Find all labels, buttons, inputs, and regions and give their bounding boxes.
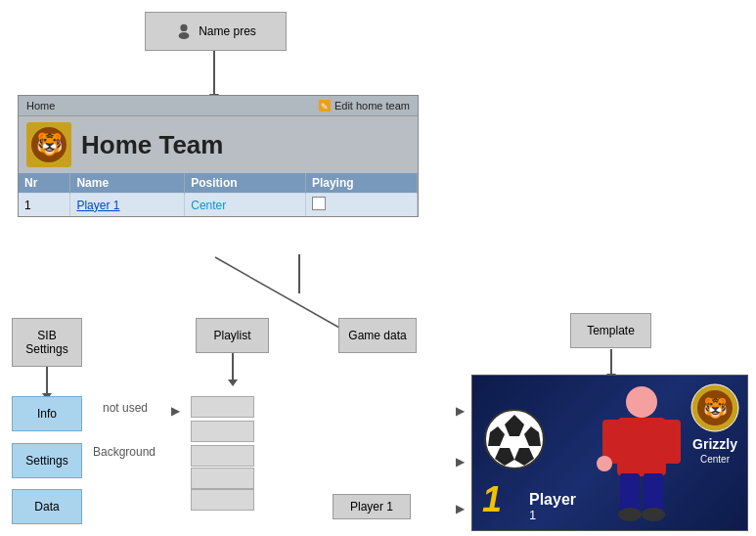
edit-home-label: Edit home team xyxy=(334,100,410,112)
template-brand-name: Grizzly xyxy=(690,436,739,452)
player-playing-cell[interactable] xyxy=(305,194,417,217)
arrow-right-4: ▶ xyxy=(456,502,465,515)
home-label: Home xyxy=(26,100,55,112)
sib-settings-label: SIBSettings xyxy=(25,329,67,356)
settings-button[interactable]: Settings xyxy=(12,443,82,478)
arrow-template-down xyxy=(610,349,612,375)
template-position: Center xyxy=(690,454,739,465)
input-box-2[interactable] xyxy=(191,421,254,442)
svg-text:✎: ✎ xyxy=(321,102,329,112)
template-player-name: Player xyxy=(529,491,576,509)
svg-rect-18 xyxy=(661,420,681,464)
svg-point-1 xyxy=(179,32,190,39)
arrow-name-to-panel xyxy=(213,51,215,95)
col-nr: Nr xyxy=(19,173,70,194)
svg-text:🐯: 🐯 xyxy=(36,131,64,157)
svg-rect-21 xyxy=(644,473,663,513)
svg-point-22 xyxy=(618,508,642,521)
svg-point-15 xyxy=(626,386,657,418)
home-team-title: Home Team xyxy=(81,130,223,160)
data-label: Data xyxy=(34,500,59,514)
template-button[interactable]: Template xyxy=(570,313,651,348)
game-data-button[interactable]: Game data xyxy=(338,318,417,353)
playlist-label: Playlist xyxy=(213,329,250,342)
input-box-5[interactable] xyxy=(191,489,254,511)
home-panel-header: Home ✎ Edit home team xyxy=(19,96,418,116)
data-button[interactable]: Data xyxy=(12,489,82,524)
template-preview: 1 Player 1 🐯 Grizzly Center xyxy=(471,375,748,531)
soccer-ball-icon xyxy=(480,405,549,473)
info-button[interactable]: Info xyxy=(12,396,82,431)
arrow-right-2: ▶ xyxy=(456,404,465,418)
arrow-sib-down xyxy=(46,367,48,394)
svg-rect-20 xyxy=(620,473,640,513)
input-box-4[interactable] xyxy=(191,468,254,489)
player-silhouette xyxy=(593,380,690,531)
svg-rect-16 xyxy=(617,418,666,476)
notused-label: not used xyxy=(103,401,148,415)
home-team-panel: Home ✎ Edit home team 🐯 Home Team Nr Nam… xyxy=(18,95,419,217)
arrow-right-3: ▶ xyxy=(456,455,465,469)
input-box-3[interactable] xyxy=(191,445,254,467)
sib-settings-button[interactable]: SIBSettings xyxy=(12,318,82,367)
player1-box[interactable]: Player 1 xyxy=(333,494,411,519)
arrow-playlist-down xyxy=(232,353,234,380)
arrow-right-notused: ▶ xyxy=(171,404,180,418)
settings-label: Settings xyxy=(25,454,67,468)
col-playing: Playing xyxy=(305,173,417,194)
playlist-button[interactable]: Playlist xyxy=(196,318,269,353)
playing-checkbox[interactable] xyxy=(312,197,326,210)
team-logo: 🐯 xyxy=(26,122,71,167)
svg-point-19 xyxy=(597,456,612,471)
name-pres-button[interactable]: Name pres xyxy=(145,12,287,51)
background-label: Background xyxy=(93,445,156,459)
player-name-cell[interactable]: Player 1 xyxy=(70,194,185,217)
game-data-label: Game data xyxy=(348,329,406,342)
input-box-1[interactable] xyxy=(191,396,254,418)
edit-icon: ✎ xyxy=(318,99,332,112)
table-row: 1 Player 1 Center xyxy=(19,194,418,217)
arrow-panel-down xyxy=(298,254,300,293)
edit-home-button[interactable]: ✎ Edit home team xyxy=(318,99,410,112)
col-position: Position xyxy=(185,173,306,194)
col-name: Name xyxy=(70,173,185,194)
template-number: 1 xyxy=(482,479,502,520)
person-icon xyxy=(175,22,193,40)
template-logo: 🐯 xyxy=(690,383,739,432)
svg-text:🐯: 🐯 xyxy=(703,396,728,420)
svg-point-23 xyxy=(642,508,665,521)
name-pres-label: Name pres xyxy=(199,24,256,38)
info-label: Info xyxy=(37,407,57,421)
player-table: Nr Name Position Playing 1 Player 1 Cent… xyxy=(19,173,418,216)
template-player-num2: 1 xyxy=(529,508,536,522)
template-label: Template xyxy=(587,324,635,337)
player-nr: 1 xyxy=(19,194,70,217)
svg-point-0 xyxy=(181,24,188,31)
home-team-title-row: 🐯 Home Team xyxy=(19,116,418,173)
player-position-cell: Center xyxy=(185,194,306,217)
player1-label: Player 1 xyxy=(350,500,393,514)
